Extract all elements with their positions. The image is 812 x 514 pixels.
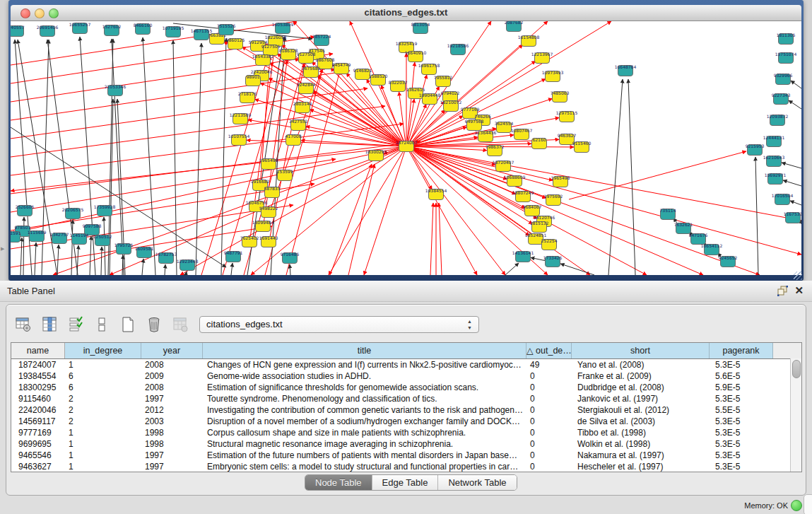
cell-year: 1997 (141, 461, 203, 472)
cell-year: 2008 (141, 359, 203, 370)
scrollbar-thumb[interactable] (792, 360, 801, 378)
graph-node-label: 8471676 (689, 233, 708, 238)
cell-out_degree: 0 (526, 382, 572, 393)
window-resize-grip[interactable] (794, 271, 802, 280)
cell-title: Embryonic stem cells: a model to study s… (203, 461, 526, 472)
table-row[interactable]: 946362711997Embryonic stem cells: a mode… (11, 461, 801, 472)
network-canvas[interactable]: 1872400776638229860125591295418226058912… (11, 21, 801, 275)
table-row[interactable]: 946554611997Estimation of the future num… (11, 450, 801, 461)
cell-pagerank: 5.3E-5 (710, 416, 773, 427)
column-header-out_degree[interactable]: △ out_de… (526, 343, 572, 358)
graph-node-label: 9716485 (281, 252, 300, 257)
cell-title: Changes of HCN gene expression and I(f) … (203, 359, 526, 370)
cell-year: 2009 (141, 370, 203, 382)
graph-node-label: 12213589 (230, 112, 252, 117)
graph-node-label: 8186328 (279, 48, 298, 53)
tab-edge-table[interactable]: Edge Table (372, 475, 439, 490)
graph-node-label: 21053346 (105, 84, 126, 89)
graph-node-label: 10688609 (504, 175, 526, 180)
table-row[interactable]: 977716911998Corpus callosum shape and si… (11, 427, 801, 438)
column-header-pagerank[interactable]: pagerank (710, 343, 773, 358)
graph-node-label: 16210643 (763, 155, 785, 160)
graph-node-label: 735114 (660, 208, 676, 213)
tab-node-table[interactable]: Node Table (305, 475, 372, 490)
table-panel-body: f(x) citations_edges.txt ▲▼ namein_degre… (6, 304, 806, 496)
graph-node-label: 2718176 (238, 91, 257, 96)
graph-node-label: 5498222 (259, 206, 278, 211)
graph-node-label: 9115460 (572, 141, 592, 146)
memory-status-label: Memory: OK (744, 501, 788, 510)
cell-name: 9699695 (11, 438, 65, 450)
graph-node-label: 12213967 (531, 52, 553, 57)
cell-title: Estimation of the future numbers of pati… (203, 450, 526, 461)
graph-node-label: 7632621 (674, 222, 693, 227)
memory-ok-indicator[interactable] (791, 500, 802, 511)
column-header-in_degree[interactable]: in_degree (65, 343, 141, 358)
row-height-icon[interactable] (92, 315, 112, 334)
column-header-name[interactable]: name (11, 343, 65, 358)
graph-node-label: 19384554 (425, 188, 447, 193)
cell-out_degree: 0 (526, 450, 572, 461)
table-row[interactable]: 2242004622012Investigating the contribut… (11, 404, 801, 416)
graph-node-label: 18807249 (512, 190, 534, 195)
graph-node-label: 10107554 (228, 134, 250, 139)
cell-title: Disruption of a novel member of a sodium… (203, 416, 526, 427)
graph-node-label: 16782753 (155, 252, 177, 257)
cell-in_degree: 1 (65, 359, 141, 370)
window-title: citations_edges.txt (11, 7, 801, 18)
graph-node-label: 9146821 (353, 68, 372, 73)
table-row[interactable]: 1456911722003Disruption of a novel membe… (11, 416, 801, 427)
trash-icon[interactable] (144, 315, 164, 334)
cell-pagerank: 5.3E-5 (710, 359, 773, 370)
cell-out_degree: 0 (526, 427, 572, 438)
graph-node-label: 10719195 (163, 25, 184, 30)
graph-node-label: 18724007 (396, 140, 418, 145)
float-window-icon[interactable] (777, 286, 788, 296)
table-row[interactable]: 1872400712008Changes of HCN gene express… (11, 359, 801, 370)
graph-node-label: 9227343 (772, 93, 791, 98)
table-settings-icon[interactable] (13, 315, 33, 334)
split-pane-collapse-arrow[interactable]: ▶ (1, 246, 4, 252)
graph-node-label: 1965498 (551, 175, 570, 180)
graph-node-label: 1167533 (784, 211, 801, 216)
graph-node-label: 1733426 (543, 255, 563, 260)
graph-node-label: 1609581 (135, 246, 154, 251)
tab-network-table[interactable]: Network Table (438, 475, 516, 490)
graph-node-label: 1691443 (259, 235, 278, 240)
window-titlebar[interactable]: citations_edges.txt (11, 5, 801, 21)
graph-node-label: 1916682 (251, 179, 270, 184)
column-header-year[interactable]: year (141, 343, 203, 358)
table-row[interactable]: 1938455462009Genome-wide association stu… (11, 370, 801, 382)
cell-name: 9463627 (11, 461, 65, 472)
create-new-icon[interactable] (118, 315, 138, 334)
graph-node-label: 1145194 (70, 233, 89, 238)
select-all-checklist-icon[interactable] (66, 315, 86, 334)
cell-short: Dudbridge et al. (2008) (572, 382, 710, 393)
graph-node-label: 252254 (541, 238, 558, 243)
graph-node-label: 391591 (11, 230, 21, 235)
graph-node-label: 9245652 (719, 255, 738, 260)
graph-node-label: 17016504 (772, 193, 794, 198)
table-row[interactable]: 1830029562008Estimation of significance … (11, 382, 801, 393)
vertical-scrollbar[interactable] (790, 358, 801, 472)
table-select-dropdown[interactable]: citations_edges.txt ▲▼ (199, 316, 479, 333)
graph-node-label: 18226058 (265, 35, 287, 40)
graph-node-label: 1527602 (102, 24, 122, 29)
column-header-short[interactable]: short (572, 343, 710, 358)
graph-node-label: 16648784 (615, 64, 637, 69)
table-row[interactable]: 969969511998Structural magnetic resonanc… (11, 438, 801, 450)
graph-node-label: 153599 (277, 169, 293, 174)
graph-node-label: 21364436 (475, 130, 497, 135)
network-view-window: citations_edges.txt 18724007766382298601… (8, 0, 804, 281)
table-select-value: citations_edges.txt (206, 319, 283, 329)
cell-out_degree: 0 (526, 393, 572, 404)
table-row[interactable]: 911546021997Tourette syndrome. Phenomeno… (11, 393, 801, 404)
graph-node-label: 746266 (475, 114, 491, 119)
graph-node-label: 1975692 (544, 194, 563, 199)
select-columns-icon[interactable] (40, 315, 59, 334)
close-panel-icon[interactable]: ✕ (794, 284, 804, 297)
column-header-title[interactable]: title (203, 343, 526, 358)
table-toolbar: f(x) (13, 314, 216, 335)
graph-node-label: 14136141 (512, 250, 534, 255)
graph-node-label: 1362615 (406, 87, 425, 92)
